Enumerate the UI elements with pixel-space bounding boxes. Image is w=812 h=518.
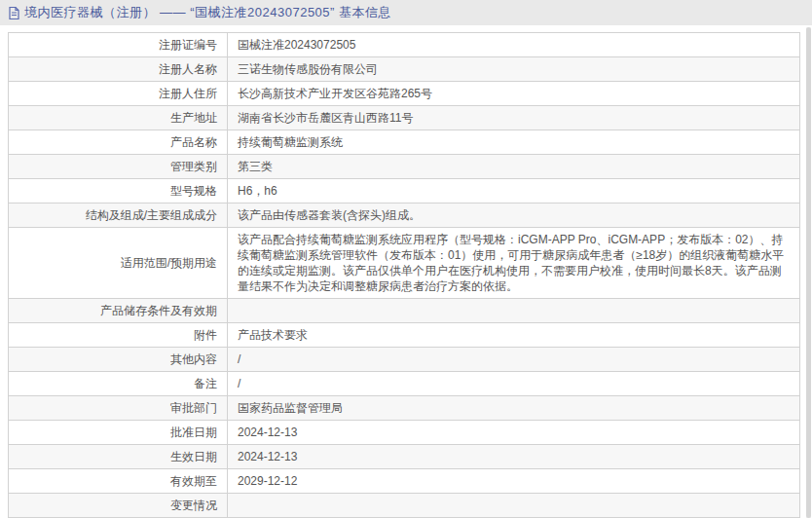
- row-value: 持续葡萄糖监测系统: [228, 130, 800, 155]
- row-value: 该产品由传感器套装(含探头)组成。: [228, 204, 800, 228]
- row-label: 产品储存条件及有效期: [9, 299, 228, 323]
- row-label: 变更情况: [9, 494, 228, 518]
- row-label: 批准日期: [9, 421, 228, 445]
- row-label: 备注: [9, 372, 228, 396]
- table-row: 产品储存条件及有效期: [9, 299, 800, 323]
- scrollbar-thumb[interactable]: [806, 27, 811, 518]
- table-row: 生效日期2024-12-13: [9, 445, 800, 469]
- row-label: 注册证编号: [9, 33, 228, 57]
- row-value: /: [228, 372, 800, 396]
- table-row: 变更情况: [9, 494, 800, 518]
- row-label: 生效日期: [9, 445, 228, 469]
- table-row: 适用范围/预期用途该产品配合持续葡萄糖监测系统应用程序（型号规格：iCGM-AP…: [9, 228, 800, 299]
- table-row: 注册人名称三诺生物传感股份有限公司: [9, 57, 800, 82]
- row-value: 该产品配合持续葡萄糖监测系统应用程序（型号规格：iCGM-APP Pro、iCG…: [228, 228, 800, 299]
- row-label: 适用范围/预期用途: [9, 228, 228, 299]
- row-value: 长沙高新技术产业开发区谷苑路265号: [228, 82, 800, 106]
- row-label: 结构及组成/主要组成成分: [9, 204, 228, 228]
- table-row: 审批部门国家药品监督管理局: [9, 396, 800, 421]
- row-value: [228, 299, 800, 323]
- row-value: 2024-12-13: [228, 445, 800, 469]
- row-label: 产品名称: [9, 130, 228, 155]
- row-label: 管理类别: [9, 155, 228, 179]
- row-value: /: [228, 348, 800, 372]
- row-value: 2024-12-13: [228, 421, 800, 445]
- row-value: [228, 494, 800, 518]
- table-row: 备注/: [9, 372, 800, 396]
- document-icon: [8, 6, 20, 20]
- table-row: 结构及组成/主要组成成分该产品由传感器套装(含探头)组成。: [9, 204, 800, 228]
- table-row: 注册人住所长沙高新技术产业开发区谷苑路265号: [9, 82, 800, 106]
- row-label: 附件: [9, 323, 228, 348]
- table-row: 产品名称持续葡萄糖监测系统: [9, 130, 800, 155]
- page-title: 境内医疗器械（注册） —— “国械注准20243072505” 基本信息: [24, 4, 391, 21]
- table-row: 注册证编号国械注准20243072505: [9, 33, 800, 57]
- row-value: 2029-12-12: [228, 469, 800, 494]
- table-row: 生产地址湖南省长沙市岳麓区青山西路11号: [9, 106, 800, 130]
- row-value: 国械注准20243072505: [228, 33, 800, 57]
- row-label: 型号规格: [9, 179, 228, 204]
- table-row: 有效期至2029-12-12: [9, 469, 800, 494]
- table-row: 其他内容/: [9, 348, 800, 372]
- row-value: 第三类: [228, 155, 800, 179]
- registration-info-panel: 注册证编号国械注准20243072505注册人名称三诺生物传感股份有限公司注册人…: [8, 32, 800, 518]
- row-label: 审批部门: [9, 396, 228, 421]
- row-label: 生产地址: [9, 106, 228, 130]
- row-label: 注册人名称: [9, 57, 228, 82]
- vertical-scrollbar[interactable]: [806, 27, 811, 518]
- row-value: 产品技术要求: [228, 323, 800, 348]
- table-row: 附件产品技术要求: [9, 323, 800, 348]
- registration-info-table: 注册证编号国械注准20243072505注册人名称三诺生物传感股份有限公司注册人…: [8, 32, 800, 518]
- table-row: 型号规格H6，h6: [9, 179, 800, 204]
- row-label: 其他内容: [9, 348, 228, 372]
- row-value: 三诺生物传感股份有限公司: [228, 57, 800, 82]
- row-value: 湖南省长沙市岳麓区青山西路11号: [228, 106, 800, 130]
- table-row: 管理类别第三类: [9, 155, 800, 179]
- row-value: H6，h6: [228, 179, 800, 204]
- row-value: 国家药品监督管理局: [228, 396, 800, 421]
- title-bar: 境内医疗器械（注册） —— “国械注准20243072505” 基本信息: [0, 0, 812, 25]
- row-label: 注册人住所: [9, 82, 228, 106]
- row-label: 有效期至: [9, 469, 228, 494]
- table-row: 批准日期2024-12-13: [9, 421, 800, 445]
